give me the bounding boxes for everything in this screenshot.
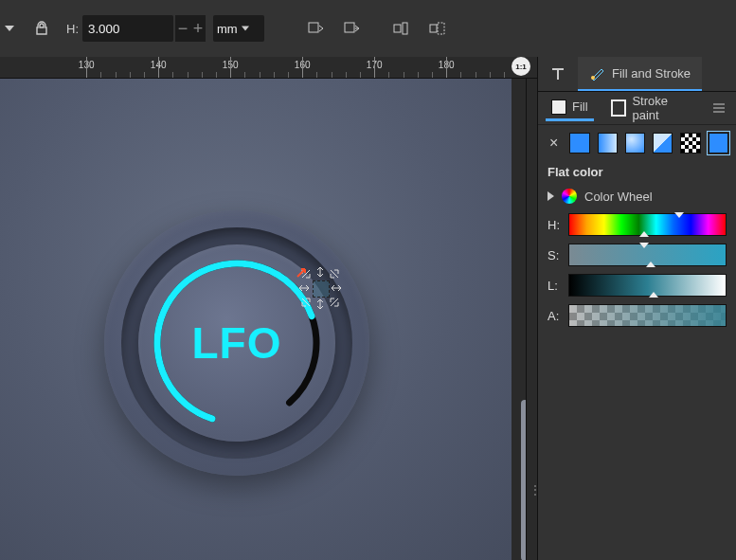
sat-track[interactable] [568, 244, 727, 266]
subtab-fill-label: Fill [572, 99, 588, 114]
selection-handles[interactable] [299, 267, 341, 309]
unit-dropdown[interactable]: mm [213, 15, 264, 42]
paint-none-button[interactable]: × [546, 135, 562, 152]
paint-flat-button[interactable] [569, 133, 589, 154]
svg-rect-4 [430, 25, 437, 32]
text-icon [549, 65, 566, 82]
tab-fill-stroke-label: Fill and Stroke [612, 66, 691, 81]
color-wheel-row[interactable]: Color Wheel [538, 183, 736, 209]
paint-pattern-button[interactable] [680, 133, 700, 154]
knob-text: LFO [104, 210, 369, 476]
svg-rect-3 [403, 23, 407, 34]
scale-handle-sw[interactable] [299, 296, 313, 309]
scale-mode-b-button[interactable] [422, 13, 452, 44]
svg-point-8 [591, 76, 595, 80]
sat-marker-bot[interactable] [646, 262, 655, 267]
canvas[interactable]: LFO [0, 78, 512, 560]
fill-stroke-panel: Fill and Stroke Fill Stroke paint × Flat… [537, 57, 736, 560]
lightness-slider[interactable]: L: [538, 270, 736, 300]
paintbrush-icon [589, 64, 606, 81]
subtab-stroke-paint-label: Stroke paint [632, 94, 692, 122]
alpha-track[interactable] [568, 304, 727, 327]
ruler-horizontal: 130140150160170180 [0, 57, 537, 79]
zoom-badge[interactable]: 1:1 [512, 57, 530, 76]
tab-text-tool[interactable] [538, 57, 578, 91]
hue-marker-top[interactable] [674, 212, 684, 218]
alpha-slider[interactable]: A: [538, 300, 736, 331]
color-wheel-icon [562, 189, 577, 204]
canvas-viewport[interactable]: LFO [0, 78, 537, 560]
color-wheel-label: Color Wheel [584, 190, 653, 204]
height-spinner[interactable]: − + [175, 15, 206, 42]
hue-label: H: [548, 218, 561, 232]
paint-swatch-button[interactable] [709, 133, 728, 154]
dropdown-icon[interactable] [0, 13, 25, 44]
unit-label: mm [217, 22, 238, 36]
saturation-slider[interactable]: S: [538, 240, 736, 270]
scale-handle-ne[interactable] [328, 267, 341, 280]
sat-marker-top[interactable] [639, 243, 649, 248]
expand-icon[interactable] [548, 191, 554, 201]
decrement-button[interactable]: − [175, 15, 190, 42]
stroke-style-icon [711, 100, 727, 116]
svg-rect-1 [345, 23, 354, 32]
hue-slider[interactable]: H: [538, 209, 736, 240]
flat-color-heading: Flat color [538, 161, 736, 183]
lig-track[interactable] [568, 274, 727, 297]
lfo-knob: LFO [104, 210, 369, 476]
sat-label: S: [548, 248, 561, 262]
svg-rect-2 [394, 25, 401, 32]
transform-mode-a-button[interactable] [300, 13, 331, 44]
scale-handle-s[interactable] [314, 298, 327, 311]
hue-track[interactable] [568, 213, 727, 236]
scale-mode-a-button[interactable] [386, 13, 416, 44]
subtab-stroke-paint[interactable]: Stroke paint [605, 90, 698, 126]
scale-handle-e[interactable] [330, 281, 343, 295]
top-toolbar: H: − + mm [0, 0, 736, 57]
subtab-fill[interactable]: Fill [546, 96, 594, 121]
subtab-stroke-style[interactable] [709, 97, 728, 119]
alpha-label: A: [548, 309, 561, 323]
scale-handle-se[interactable] [328, 296, 341, 309]
scale-handle-w[interactable] [297, 281, 311, 295]
increment-button[interactable]: + [190, 15, 206, 42]
panel-tabs: Fill and Stroke [538, 57, 736, 92]
hue-marker-bot[interactable] [639, 231, 649, 237]
fill-swatch-icon [551, 99, 566, 115]
stroke-swatch-icon [611, 99, 627, 117]
lig-label: L: [548, 279, 561, 293]
svg-rect-5 [438, 23, 444, 34]
fill-stroke-subtabs: Fill Stroke paint [538, 92, 736, 125]
height-label: H: [66, 22, 79, 36]
svg-rect-0 [309, 23, 318, 32]
lig-marker-bot[interactable] [649, 292, 658, 298]
paint-type-row: × [538, 125, 736, 161]
tab-fill-stroke[interactable]: Fill and Stroke [578, 57, 702, 91]
scale-handle-n[interactable] [314, 265, 327, 279]
transform-mode-b-button[interactable] [336, 13, 367, 44]
lock-aspect-button[interactable] [27, 13, 57, 44]
cursor-indicator-icon [296, 265, 309, 279]
paint-linear-button[interactable] [598, 133, 618, 154]
paint-mesh-button[interactable] [653, 133, 673, 154]
height-input[interactable] [82, 15, 173, 42]
paint-radial-button[interactable] [625, 133, 645, 154]
